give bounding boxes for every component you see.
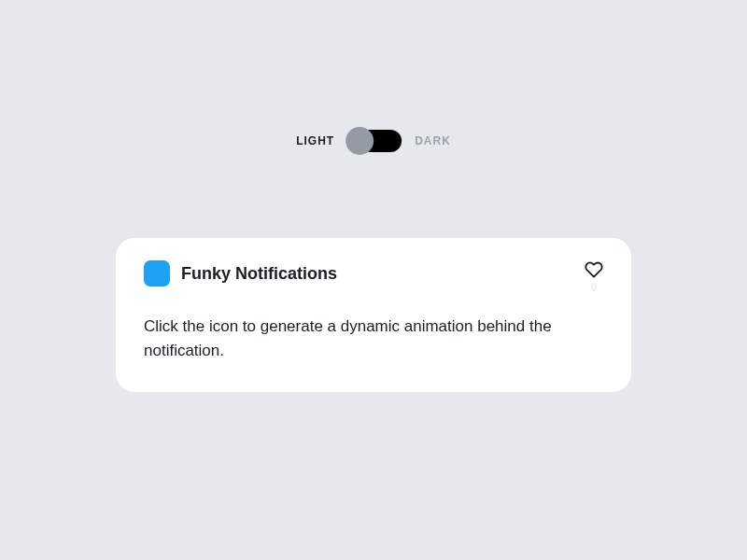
like-count: 0 <box>591 281 598 294</box>
theme-toggle-switch[interactable] <box>347 130 402 152</box>
notification-app-icon[interactable] <box>144 260 170 287</box>
notification-title: Funky Notifications <box>181 264 337 284</box>
theme-toggle: LIGHT DARK <box>296 130 451 152</box>
theme-label-dark: DARK <box>415 134 451 147</box>
notification-header: Funky Notifications 0 <box>144 260 603 294</box>
notification-title-group: Funky Notifications <box>144 260 337 287</box>
notification-body: Click the icon to generate a dynamic ani… <box>144 315 573 364</box>
heart-icon <box>585 260 603 279</box>
like-button[interactable]: 0 <box>585 260 603 294</box>
theme-label-light: LIGHT <box>296 134 334 147</box>
notification-card: Funky Notifications 0 Click the icon to … <box>116 238 631 392</box>
toggle-knob <box>345 127 374 155</box>
